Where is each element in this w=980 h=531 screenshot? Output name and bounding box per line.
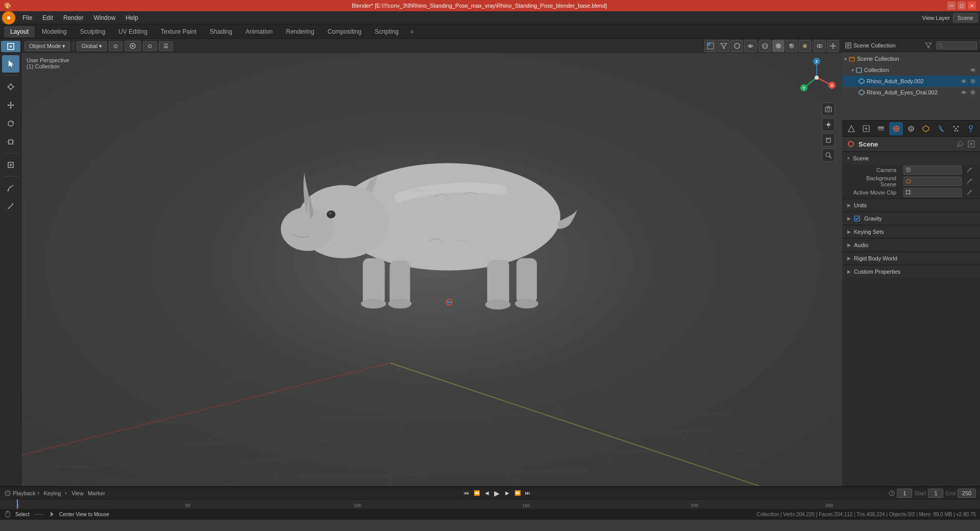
- viewport-select-icon[interactable]: [704, 40, 717, 52]
- keying-sets-header[interactable]: ▶ Keying Sets: [842, 226, 980, 238]
- playback-dropdown[interactable]: ▾: [37, 491, 40, 496]
- bg-scene-value[interactable]: [903, 177, 962, 186]
- jump-end-button[interactable]: ⏭: [523, 489, 532, 498]
- scene-section-header[interactable]: ▾ Scene: [842, 152, 980, 164]
- rendered-mode[interactable]: [799, 40, 811, 52]
- props-expand-icon[interactable]: [968, 140, 975, 148]
- tab-animation[interactable]: Animation: [239, 26, 279, 37]
- collection-eye-icon[interactable]: [970, 67, 976, 73]
- gravity-checkbox[interactable]: [854, 215, 860, 222]
- snap-options[interactable]: ☰: [159, 41, 173, 51]
- viewport-vis-toggle[interactable]: [744, 40, 756, 52]
- prop-tab-physics[interactable]: [964, 122, 978, 135]
- outliner-item-rhino-eyes[interactable]: Rhino_Adult_Eyes_Oral.002: [842, 87, 980, 98]
- start-frame-input[interactable]: 1: [928, 489, 943, 498]
- prop-tab-modifier[interactable]: [934, 122, 948, 135]
- outliner-item-scene-collection[interactable]: ▾ Scene Collection: [842, 53, 980, 64]
- tab-scripting[interactable]: Scripting: [369, 26, 405, 37]
- view-label[interactable]: View: [71, 490, 84, 496]
- marker-label[interactable]: Marker: [88, 490, 105, 496]
- prop-tab-object[interactable]: [919, 122, 933, 135]
- tab-layout[interactable]: Layout: [4, 26, 35, 37]
- overlays-toggle[interactable]: [814, 40, 826, 52]
- viewport[interactable]: Object Mode ▾ Global ▾ ⊙ ⊙ ☰: [21, 39, 842, 486]
- viewport-local-view[interactable]: [731, 40, 743, 52]
- next-frame-button[interactable]: ▶: [503, 489, 512, 498]
- sun-icon[interactable]: [822, 118, 835, 131]
- end-frame-input[interactable]: 250: [958, 489, 976, 498]
- prev-frame-button[interactable]: ◀: [482, 489, 492, 498]
- movie-clip-edit-icon[interactable]: [966, 189, 973, 196]
- gizmos-toggle[interactable]: [827, 40, 839, 52]
- eyes-render-icon[interactable]: [970, 89, 976, 95]
- outliner-filter-icon[interactable]: [925, 42, 932, 49]
- wireframe-mode[interactable]: [759, 40, 771, 52]
- tab-rendering[interactable]: Rendering: [280, 26, 320, 37]
- tab-sculpting[interactable]: Sculpting: [74, 26, 111, 37]
- menu-help[interactable]: Help: [120, 13, 143, 22]
- outliner-item-collection[interactable]: ▾ Collection: [842, 64, 980, 76]
- play-button[interactable]: ▶: [493, 489, 502, 498]
- viewport-filter-icon[interactable]: [718, 40, 730, 52]
- rotate-tool[interactable]: [2, 115, 19, 132]
- body-eye-icon[interactable]: [961, 78, 967, 84]
- material-preview-mode[interactable]: [786, 40, 798, 52]
- snap-toggle[interactable]: [125, 41, 141, 51]
- proportional-edit[interactable]: ⊙: [143, 41, 157, 51]
- navigation-gizmo[interactable]: X Y Z: [796, 57, 837, 98]
- global-selector[interactable]: Global ▾: [77, 41, 107, 51]
- add-workspace-button[interactable]: +: [406, 27, 418, 37]
- measure-tool[interactable]: [2, 198, 19, 215]
- annotate-tool[interactable]: [2, 179, 19, 197]
- menu-render[interactable]: Render: [58, 13, 88, 22]
- prop-tab-world[interactable]: [904, 122, 918, 135]
- movie-clip-value[interactable]: [903, 188, 962, 197]
- playback-label[interactable]: Playback: [13, 490, 36, 496]
- rigid-body-world-header[interactable]: ▶ Rigid Body World: [842, 252, 980, 264]
- move-tool[interactable]: [2, 96, 19, 114]
- prop-tab-particles[interactable]: [949, 122, 963, 135]
- keying-label[interactable]: Keying: [44, 490, 61, 496]
- gravity-section-header[interactable]: ▶ Gravity: [842, 212, 980, 225]
- prop-tab-view-layer[interactable]: [874, 122, 888, 135]
- tab-texture-paint[interactable]: Texture Paint: [155, 26, 203, 37]
- camera-edit-icon[interactable]: [966, 166, 973, 174]
- pivot-selector[interactable]: ⊙: [109, 41, 122, 51]
- next-keyframe-button[interactable]: ⏩: [513, 489, 522, 498]
- camera-icon[interactable]: [822, 103, 835, 116]
- prev-keyframe-button[interactable]: ⏪: [472, 489, 481, 498]
- magnify-icon[interactable]: [822, 149, 835, 162]
- custom-props-header[interactable]: ▶ Custom Properties: [842, 266, 980, 278]
- menu-edit[interactable]: Edit: [37, 13, 58, 22]
- audio-section-header[interactable]: ▶ Audio: [842, 239, 980, 251]
- prop-tab-output[interactable]: [859, 122, 873, 135]
- hand-icon[interactable]: [822, 133, 835, 147]
- scale-tool[interactable]: [2, 133, 19, 151]
- object-mode-selector[interactable]: Object Mode ▾: [24, 41, 70, 51]
- camera-value[interactable]: [903, 165, 962, 175]
- prop-tab-scene[interactable]: [889, 122, 903, 135]
- tab-modeling[interactable]: Modeling: [36, 26, 73, 37]
- prop-tab-render[interactable]: [844, 122, 858, 135]
- scene-selector[interactable]: Scene: [953, 13, 978, 22]
- minimize-button[interactable]: ─: [947, 2, 955, 10]
- body-render-icon[interactable]: [970, 78, 976, 84]
- eyes-eye-icon[interactable]: [961, 89, 967, 95]
- current-frame-input[interactable]: 1: [897, 489, 912, 498]
- menu-window[interactable]: Window: [88, 13, 120, 22]
- outliner-item-rhino-body[interactable]: Rhino_Adult_Body.002: [842, 76, 980, 87]
- transform-tool[interactable]: [2, 156, 19, 174]
- keying-dropdown[interactable]: ▾: [65, 491, 67, 496]
- units-section-header[interactable]: ▶ Units: [842, 199, 980, 211]
- cursor-tool[interactable]: [2, 78, 19, 95]
- menu-file[interactable]: File: [17, 13, 37, 22]
- jump-start-button[interactable]: ⏮: [462, 489, 471, 498]
- props-pin-icon[interactable]: [957, 140, 964, 148]
- outliner-search[interactable]: [936, 41, 977, 50]
- solid-mode[interactable]: [772, 40, 785, 52]
- tab-shading[interactable]: Shading: [204, 26, 238, 37]
- tab-uv-editing[interactable]: UV Editing: [112, 26, 154, 37]
- tab-compositing[interactable]: Compositing: [322, 26, 368, 37]
- select-tool[interactable]: [2, 55, 19, 73]
- bg-scene-edit-icon[interactable]: [966, 178, 973, 185]
